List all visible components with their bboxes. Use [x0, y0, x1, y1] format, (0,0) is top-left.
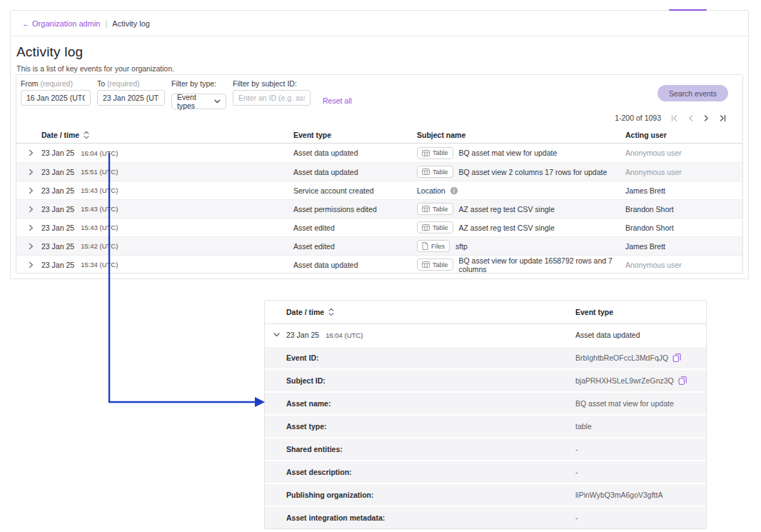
to-label: To — [97, 79, 105, 88]
subject-name: sftp — [455, 242, 468, 251]
info-icon[interactable] — [450, 186, 458, 195]
detail-field-value: - — [575, 513, 578, 522]
table-row[interactable]: 23 Jan 25 15:43 (UTC) Asset edited Table… — [16, 218, 742, 236]
table-icon — [422, 169, 430, 175]
detail-field-value: bjaPRHXHSLeL9wrZeGnz3Q — [575, 376, 674, 385]
row-event-type: Asset data updated — [293, 149, 417, 157]
table-row[interactable]: 23 Jan 25 15:34 (UTC) Asset data updated… — [16, 255, 742, 273]
row-date: 23 Jan 25 — [41, 242, 74, 251]
row-acting-user: James Brett — [625, 186, 742, 195]
subject-location: Location — [417, 186, 458, 195]
to-date-input[interactable] — [97, 90, 165, 106]
copy-icon[interactable] — [678, 376, 687, 386]
subject-location-label: Location — [417, 186, 445, 195]
chevron-right-icon[interactable] — [28, 186, 34, 194]
type-label: Filter by type: — [171, 79, 226, 88]
chevron-right-icon[interactable] — [28, 242, 34, 250]
subject-name: BQ asset view for update 1658792 rows an… — [459, 256, 625, 273]
subject-name: BQ asset mat view for update — [459, 149, 558, 157]
expanded-row-date: 23 Jan 25 — [286, 331, 319, 339]
detail-column-event-type: Event type — [575, 308, 706, 316]
table-row[interactable]: 23 Jan 25 15:43 (UTC) Service account cr… — [16, 181, 742, 199]
search-events-button[interactable]: Search events — [657, 85, 728, 101]
row-date: 23 Jan 25 — [41, 186, 74, 195]
subject-type-badge: Table — [417, 166, 453, 178]
next-page-icon[interactable] — [703, 114, 710, 122]
breadcrumb-separator: | — [105, 19, 107, 28]
subject-type-badge: Table — [417, 147, 453, 159]
expanded-event-row[interactable]: 23 Jan 25 16:04 (UTC) Asset data updated — [265, 324, 706, 346]
subject-badge-label: Table — [433, 224, 448, 231]
detail-field-row: Publishing organization: liPinWybQ3mA6go… — [265, 484, 706, 506]
table-row[interactable]: 23 Jan 25 15:43 (UTC) Asset permissions … — [16, 199, 742, 218]
chevron-right-icon[interactable] — [28, 149, 34, 157]
filter-subject-id: Filter by subject ID: — [233, 79, 311, 106]
row-subject: Table BQ asset view 2 columns 17 rows fo… — [417, 166, 625, 178]
chevron-expanded-icon[interactable] — [273, 331, 281, 339]
detail-field-label: Asset type: — [265, 422, 575, 431]
subject-id-label: Filter by subject ID: — [233, 79, 311, 88]
subject-name: BQ asset view 2 columns 17 rows for upda… — [459, 168, 608, 176]
row-subject: Table AZ asset reg test CSV single — [417, 203, 625, 215]
sort-icon[interactable] — [83, 130, 90, 140]
column-date-time: Date / time — [41, 131, 79, 139]
detail-field-value: liPinWybQ3mA6goV3gfttA — [575, 491, 662, 499]
column-event-type: Event type — [293, 131, 417, 139]
detail-field-label: Asset description: — [265, 468, 575, 476]
row-subject: Table AZ asset reg test CSV single — [417, 221, 625, 234]
row-event-type: Asset data updated — [293, 261, 417, 269]
subject-type-badge: Table — [417, 259, 453, 271]
row-event-type: Asset edited — [293, 242, 417, 251]
chevron-right-icon[interactable] — [28, 205, 34, 213]
detail-field-row: Subject ID: bjaPRHXHSLeL9wrZeGnz3Q — [265, 370, 706, 391]
expanded-row-event-type: Asset data updated — [575, 331, 706, 339]
table-icon — [422, 261, 430, 268]
chevron-right-icon[interactable] — [28, 261, 34, 268]
reset-all-link[interactable]: Reset all — [323, 96, 352, 105]
table-icon — [422, 206, 430, 212]
subject-badge-label: Files — [431, 243, 445, 250]
detail-field-value: - — [575, 468, 578, 476]
row-event-type: Service account created — [293, 186, 417, 195]
pagination-range: 1-200 of 1093 — [615, 114, 661, 122]
sort-icon[interactable] — [328, 307, 335, 317]
first-page-icon[interactable] — [670, 114, 678, 122]
row-acting-user: Anonymous user — [625, 149, 742, 157]
event-detail-panel: Date / time Event type 23 Jan 25 16:04 (… — [264, 300, 707, 529]
previous-page-icon[interactable] — [687, 114, 694, 122]
row-time: 15:42 (UTC) — [81, 242, 118, 250]
copy-icon[interactable] — [672, 353, 682, 363]
chevron-right-icon[interactable] — [28, 224, 34, 231]
back-link[interactable]: ← Organization admin — [22, 19, 100, 28]
table-row[interactable]: 23 Jan 25 15:51 (UTC) Asset data updated… — [16, 162, 742, 181]
detail-field-label: Asset name: — [265, 399, 575, 408]
row-acting-user: Anonymous user — [625, 261, 742, 269]
page-header: Activity log This is a list of key event… — [11, 36, 748, 73]
detail-field-row: Asset type: table — [265, 416, 706, 437]
table-icon — [422, 224, 430, 231]
detail-field-value: table — [575, 422, 592, 431]
table-row[interactable]: 23 Jan 25 16:04 (UTC) Asset data updated… — [16, 144, 742, 162]
row-subject: Table BQ asset view for update 1658792 r… — [417, 256, 625, 273]
subject-badge-label: Table — [433, 169, 448, 176]
event-type-select[interactable]: Event types — [171, 94, 226, 109]
detail-field-label: Shared entities: — [265, 445, 575, 453]
chevron-right-icon[interactable] — [28, 168, 34, 176]
row-event-type: Asset permissions edited — [293, 205, 417, 214]
events-panel: From (required) To (required) Filter by … — [16, 74, 743, 273]
row-date: 23 Jan 25 — [41, 261, 74, 269]
breadcrumb: ← Organization admin | Activity log — [11, 11, 748, 36]
detail-field-value: BQ asset mat view for update — [575, 399, 674, 408]
back-arrow-icon: ← — [22, 19, 30, 28]
from-date-input[interactable] — [21, 90, 91, 106]
table-row[interactable]: 23 Jan 25 15:42 (UTC) Asset edited Files… — [16, 236, 742, 255]
subject-badge-label: Table — [433, 261, 448, 268]
filter-bar: From (required) To (required) Filter by … — [16, 75, 742, 109]
row-time: 15:43 (UTC) — [81, 224, 118, 231]
detail-column-date-time: Date / time — [286, 308, 324, 316]
detail-field-value: - — [575, 445, 578, 453]
last-page-icon[interactable] — [719, 114, 727, 122]
filter-type: Filter by type: Event types — [171, 79, 226, 109]
subject-id-input[interactable] — [233, 90, 311, 106]
row-date: 23 Jan 25 — [41, 149, 74, 157]
